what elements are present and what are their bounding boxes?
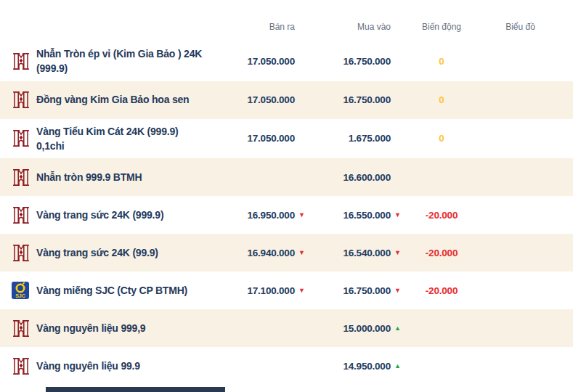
buy-price: 16.550.000 <box>308 210 391 221</box>
buy-trend-icon: ▲ <box>391 325 404 332</box>
svg-text:SJC: SJC <box>15 293 25 298</box>
product-name[interactable]: Nhẫn tròn 999.9 BTMH <box>35 170 218 184</box>
price-table-row: SJC Vàng nguyên liệu 999,9 15.000.000 ▲ <box>0 309 573 347</box>
sjc-logo-icon: SJC <box>12 282 29 299</box>
change-value: -20.000 <box>404 210 479 221</box>
buy-price: 16.540.000 <box>308 248 391 258</box>
column-header-bien-dong: Biến động <box>404 22 479 32</box>
buy-price: 16.750.000 <box>308 56 391 67</box>
buy-price: 16.750.000 <box>308 94 391 105</box>
price-table-row: SJC Vàng trang sức 24K (999.9) 16.950.00… <box>0 196 573 234</box>
sell-price: 16.940.000 <box>218 248 295 258</box>
price-table-row: SJC Nhẫn tròn 999.9 BTMH 16.600.000 <box>0 158 573 196</box>
sell-trend-icon: ▼ <box>295 250 308 256</box>
column-header-ban-ra: Bán ra <box>218 22 295 32</box>
buy-price: 1.675.000 <box>308 133 391 144</box>
change-value: 0 <box>404 133 479 144</box>
logo-cell: SJC <box>12 90 35 110</box>
btmh-logo-icon <box>12 52 31 71</box>
btmh-logo-icon <box>12 128 31 148</box>
product-name[interactable]: Vàng trang sức 24K (99.9) <box>35 245 218 260</box>
btmh-logo-icon <box>12 168 31 187</box>
logo-cell: SJC <box>12 356 35 376</box>
buy-price: 14.950.000 <box>308 361 391 372</box>
logo-cell: SJC <box>12 319 35 338</box>
sell-price: 17.050.000 <box>218 56 295 67</box>
change-value: 0 <box>404 56 479 67</box>
btmh-logo-icon <box>12 243 31 263</box>
column-header-bieu-do: Biểu đồ <box>479 22 561 32</box>
logo-cell: SJC <box>12 52 35 71</box>
product-name[interactable]: Vàng trang sức 24K (999.9) <box>35 208 218 222</box>
price-table-row: SJC Nhẫn Tròn ép vỉ (Kim Gia Bảo ) 24K (… <box>0 41 573 81</box>
logo-cell: SJC <box>12 282 35 299</box>
product-name[interactable]: Vàng Tiểu Kim Cát 24K (999.9) 0,1chỉ <box>35 124 218 154</box>
product-name[interactable]: Vàng nguyên liệu 999,9 <box>35 321 218 335</box>
btmh-logo-icon <box>12 205 31 225</box>
change-value: -20.000 <box>404 285 479 296</box>
logo-cell: SJC <box>12 243 35 263</box>
buy-trend-icon: ▼ <box>391 287 404 294</box>
change-value: 0 <box>404 94 479 105</box>
sell-price: 17.050.000 <box>218 133 295 144</box>
price-table-row: SJC Vàng miếng SJC (Cty CP BTMH) 17.100.… <box>0 271 573 309</box>
buy-trend-icon: ▲ <box>391 363 404 369</box>
table-body: SJC Nhẫn Tròn ép vỉ (Kim Gia Bảo ) 24K (… <box>0 41 573 385</box>
sell-trend-icon: ▼ <box>295 212 308 219</box>
change-value: -20.000 <box>404 248 479 258</box>
column-header-mua-vao: Mua vào <box>308 22 391 32</box>
product-name[interactable]: Nhẫn Tròn ép vỉ (Kim Gia Bảo ) 24K (999.… <box>35 46 218 76</box>
logo-cell: SJC <box>12 128 35 148</box>
price-table-row: SJC Vàng Tiểu Kim Cát 24K (999.9) 0,1chỉ… <box>0 119 573 159</box>
product-name[interactable]: Vàng miếng SJC (Cty CP BTMH) <box>35 283 218 298</box>
buy-price: 16.750.000 <box>308 285 391 296</box>
sell-price: 16.950.000 <box>218 210 295 221</box>
price-table-row: SJC Vàng nguyên liệu 99.9 14.950.000 ▲ <box>0 347 573 385</box>
product-name[interactable]: Đồng vàng Kim Gia Bảo hoa sen <box>35 92 218 107</box>
sell-price: 17.100.000 <box>218 285 295 296</box>
buy-price: 15.000.000 <box>308 323 391 334</box>
sell-price: 17.050.000 <box>218 94 295 105</box>
price-table-row: SJC Vàng trang sức 24K (99.9) 16.940.000… <box>0 234 573 271</box>
partial-next-row-cutoff <box>46 387 225 392</box>
btmh-logo-icon <box>12 90 31 110</box>
table-header: Bán ra Mua vào Biến động Biểu đồ <box>0 0 573 41</box>
buy-trend-icon: ▼ <box>391 250 404 256</box>
buy-price: 16.600.000 <box>308 172 391 183</box>
logo-cell: SJC <box>12 205 35 225</box>
btmh-logo-icon <box>12 319 31 338</box>
product-name[interactable]: Vàng nguyên liệu 99.9 <box>35 359 218 373</box>
logo-cell: SJC <box>12 168 35 187</box>
buy-trend-icon: ▼ <box>391 212 404 219</box>
sell-trend-icon: ▼ <box>295 287 308 294</box>
gold-price-table: Bán ra Mua vào Biến động Biểu đồ <box>0 0 573 385</box>
price-table-row: SJC Đồng vàng Kim Gia Bảo hoa sen 17.050… <box>0 81 573 119</box>
btmh-logo-icon <box>12 356 31 376</box>
